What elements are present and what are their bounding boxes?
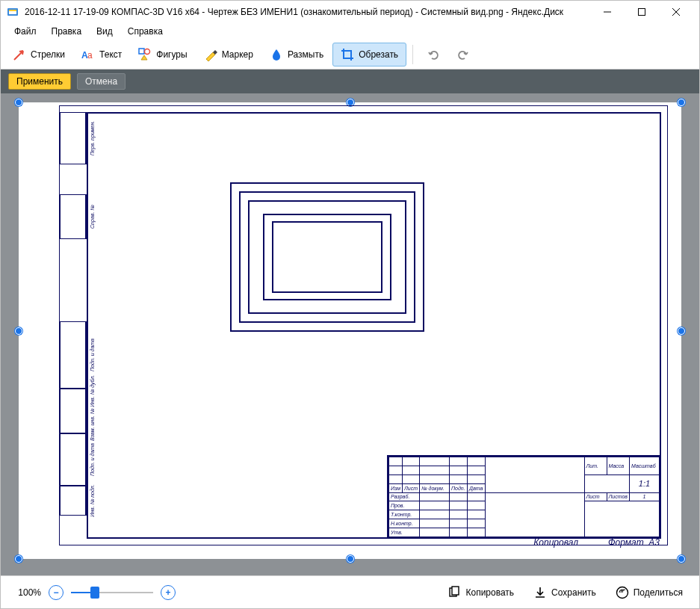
format-label: Формат [608, 537, 644, 548]
share-icon [616, 586, 629, 599]
save-label: Сохранить [551, 587, 596, 598]
left-column: Перв. примен. Справ. № Подп. и дата Взам… [60, 112, 87, 539]
titlebar: 2016-12-11 17-19-09 КОМПАС-3D V16 x64 - … [1, 1, 699, 23]
redo-icon [456, 48, 470, 61]
crop-handle-l[interactable] [15, 327, 22, 335]
canvas[interactable]: Перв. примен. Справ. № Подп. и дата Взам… [1, 93, 699, 575]
format-value: A3 [648, 537, 660, 548]
maximize-button[interactable] [625, 1, 659, 23]
tool-blur[interactable]: Размыть [262, 43, 331, 67]
svg-rect-2 [9, 10, 16, 11]
tool-crop[interactable]: Обрезать [332, 43, 406, 67]
drawing-frame: Лит.МассаМасштаб 1:1 ИзмЛист№ докум.Подп… [87, 112, 661, 539]
cancel-button[interactable]: Отмена [77, 73, 126, 90]
tool-shapes[interactable]: Фигуры [131, 43, 194, 67]
apply-button[interactable]: Применить [8, 73, 71, 90]
crop-selection[interactable]: Перв. примен. Справ. № Подп. и дата Взам… [19, 102, 681, 559]
zoom-value: 100% [11, 587, 41, 598]
redo-button[interactable] [449, 43, 477, 67]
blur-icon [270, 48, 283, 61]
kopiroval-label: Копировал [533, 537, 578, 548]
menu-file[interactable]: Файл [8, 25, 43, 38]
menubar: Файл Правка Вид Справка [1, 23, 699, 40]
crop-handle-bl[interactable] [15, 555, 22, 563]
title-block: Лит.МассаМасштаб 1:1 ИзмЛист№ докум.Подп… [387, 455, 660, 537]
toolbar: Стрелки Aa Текст Фигуры Маркер Размыть О… [1, 40, 699, 69]
tool-arrows[interactable]: Стрелки [5, 43, 72, 67]
menu-edit[interactable]: Правка [46, 25, 88, 38]
separator [412, 45, 413, 64]
svg-text:a: a [87, 50, 93, 61]
arrow-icon [13, 48, 26, 61]
actionbar: Применить Отмена [1, 69, 699, 93]
download-icon [533, 586, 547, 599]
share-label: Поделиться [634, 587, 683, 598]
crop-handle-b[interactable] [347, 555, 354, 563]
app-icon [7, 6, 19, 18]
svg-point-10 [145, 49, 150, 54]
zoom-out-button[interactable]: − [49, 585, 64, 600]
shapes-icon [138, 48, 152, 61]
copy-label: Копировать [465, 587, 514, 598]
tool-crop-label: Обрезать [359, 49, 398, 60]
svg-rect-9 [139, 49, 144, 54]
svg-rect-12 [452, 587, 459, 595]
crop-handle-br[interactable] [678, 555, 685, 563]
nested-rect-5 [272, 221, 382, 293]
copy-icon [447, 586, 461, 599]
zoom-slider-thumb[interactable] [90, 587, 99, 599]
tool-marker[interactable]: Маркер [196, 43, 261, 67]
tool-text-label: Текст [99, 49, 122, 60]
cad-sheet: Перв. примен. Справ. № Подп. и дата Взам… [59, 105, 668, 545]
tool-text[interactable]: Aa Текст [74, 43, 129, 67]
crop-handle-tl[interactable] [15, 99, 22, 106]
crop-icon [341, 48, 354, 61]
tool-marker-label: Маркер [222, 49, 253, 60]
share-button[interactable]: Поделиться [610, 583, 689, 602]
text-icon: Aa [81, 48, 95, 61]
zoom-in-button[interactable]: + [161, 585, 176, 600]
tool-arrows-label: Стрелки [31, 49, 65, 60]
bottombar: 100% − + Копировать Сохранить Поделиться [1, 575, 699, 608]
save-button[interactable]: Сохранить [527, 583, 602, 602]
undo-icon [427, 48, 440, 61]
undo-button[interactable] [419, 43, 447, 67]
crop-handle-r[interactable] [678, 327, 685, 335]
marker-icon [204, 48, 217, 61]
window-title: 2016-12-11 17-19-09 КОМПАС-3D V16 x64 - … [25, 7, 590, 17]
menu-help[interactable]: Справка [122, 25, 169, 38]
tool-shapes-label: Фигуры [156, 49, 187, 60]
minimize-button[interactable] [590, 1, 625, 23]
menu-view[interactable]: Вид [90, 25, 119, 38]
tool-blur-label: Размыть [288, 49, 323, 60]
copy-button[interactable]: Копировать [442, 583, 520, 602]
crop-handle-tr[interactable] [678, 99, 685, 106]
close-button[interactable] [659, 1, 693, 23]
svg-rect-4 [639, 9, 645, 16]
zoom-slider[interactable] [71, 585, 153, 600]
